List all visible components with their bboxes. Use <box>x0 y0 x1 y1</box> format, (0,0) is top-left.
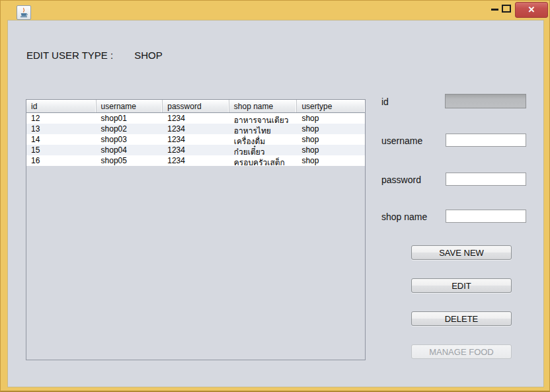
table-row[interactable]: 12 shop01 1234 อาหารจานเดียว shop <box>26 113 365 124</box>
shop-name-field[interactable] <box>446 210 526 223</box>
cell-username: shop01 <box>97 113 163 124</box>
cell-password: 1234 <box>163 155 229 166</box>
cell-id: 16 <box>26 155 97 166</box>
cell-id: 13 <box>26 124 97 134</box>
cell-username: shop04 <box>97 145 163 155</box>
cell-shop-name: ก๋วยเตี๋ยว <box>229 145 297 155</box>
password-label: password <box>381 173 421 187</box>
table-header-row: id username password shop name usertype <box>26 100 365 113</box>
shop-name-label: shop name <box>381 210 427 224</box>
cell-username: shop05 <box>97 155 163 166</box>
id-field <box>445 94 526 108</box>
page-title: EDIT USER TYPE :SHOP <box>26 50 163 61</box>
cell-id: 14 <box>26 134 97 145</box>
cell-usertype: shop <box>297 124 365 134</box>
table-row[interactable]: 15 shop04 1234 ก๋วยเตี๋ยว shop <box>26 145 365 155</box>
cell-password: 1234 <box>163 145 229 155</box>
column-header-shop-name[interactable]: shop name <box>229 100 297 112</box>
cell-shop-name: อาหารจานเดียว <box>229 113 297 124</box>
cell-id: 12 <box>26 113 97 124</box>
java-icon <box>19 7 29 18</box>
minimize-button[interactable] <box>491 9 498 11</box>
column-header-username[interactable]: username <box>97 100 163 112</box>
save-new-button[interactable]: SAVE NEW <box>411 245 512 260</box>
username-label: username <box>381 134 422 148</box>
column-header-password[interactable]: password <box>163 100 229 112</box>
cell-usertype: shop <box>297 113 365 124</box>
cell-usertype: shop <box>297 134 365 145</box>
cell-usertype: shop <box>297 145 365 155</box>
cell-password: 1234 <box>163 124 229 134</box>
close-button[interactable]: ✕ <box>515 2 548 18</box>
window-menu-button[interactable] <box>17 5 31 20</box>
edit-button[interactable]: EDIT <box>411 278 512 293</box>
titlebar[interactable]: ✕ <box>1 1 549 20</box>
cell-shop-name: เครื่องดื่ม <box>229 134 297 145</box>
cell-id: 15 <box>26 145 97 155</box>
column-header-usertype[interactable]: usertype <box>297 100 365 112</box>
table-row[interactable]: 13 shop02 1234 อาหารไทย shop <box>26 124 365 134</box>
cell-username: shop03 <box>97 134 163 145</box>
id-label: id <box>381 95 389 109</box>
cell-shop-name: อาหารไทย <box>229 124 297 134</box>
users-table: id username password shop name usertype … <box>26 99 366 360</box>
cell-usertype: shop <box>297 155 365 166</box>
cell-password: 1234 <box>163 134 229 145</box>
cell-password: 1234 <box>163 113 229 124</box>
manage-food-button: MANAGE FOOD <box>411 344 512 359</box>
delete-button[interactable]: DELETE <box>411 311 512 326</box>
content-panel: EDIT USER TYPE :SHOP id username passwor… <box>7 20 544 387</box>
cell-shop-name: ครอบครัวเสต็ก <box>229 155 297 166</box>
cell-username: shop02 <box>97 124 163 134</box>
page-title-label: EDIT USER TYPE : <box>26 50 113 61</box>
table-row[interactable]: 14 shop03 1234 เครื่องดื่ม shop <box>26 134 365 145</box>
column-header-id[interactable]: id <box>26 100 97 112</box>
app-window: ✕ EDIT USER TYPE :SHOP id username passw… <box>0 0 550 392</box>
username-field[interactable] <box>446 134 526 147</box>
table-row[interactable]: 16 shop05 1234 ครอบครัวเสต็ก shop <box>26 155 365 166</box>
password-field[interactable] <box>446 173 526 186</box>
maximize-button[interactable] <box>502 5 511 13</box>
page-title-value: SHOP <box>134 50 163 61</box>
